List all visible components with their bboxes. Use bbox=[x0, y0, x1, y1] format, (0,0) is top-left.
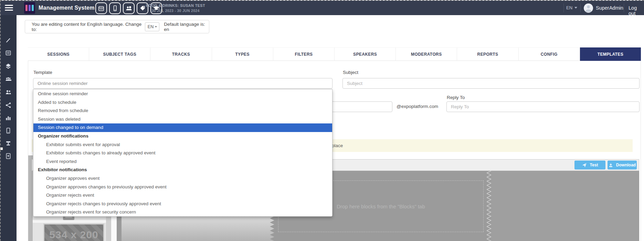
file-export-icon[interactable] bbox=[5, 153, 11, 159]
divider bbox=[624, 3, 624, 12]
selected-language: EN bbox=[148, 24, 154, 29]
dropdown-option[interactable]: Organizer approves changes to previously… bbox=[33, 183, 332, 191]
chevron-down-icon bbox=[574, 7, 577, 9]
capture-border-top bbox=[0, 0, 644, 1]
dropdown-option[interactable]: Session was deleted bbox=[33, 115, 332, 124]
top-navbar: Management System FOOD & DRINKS: SUSAN T… bbox=[0, 1, 644, 15]
dropdown-option[interactable]: Event reported bbox=[33, 157, 332, 166]
booth-icon[interactable] bbox=[5, 140, 11, 146]
send-icon bbox=[582, 163, 587, 167]
attendees-icon bbox=[126, 5, 132, 11]
dropdown-group-header: Exhibitor notifications bbox=[33, 166, 332, 174]
left-sidebar bbox=[0, 15, 17, 241]
dropdown-option[interactable]: Organizer rejects changes to previously … bbox=[33, 200, 332, 208]
image-block-placeholder[interactable]: 534 x 200 bbox=[43, 223, 104, 241]
tab-sessions[interactable]: SESSIONS bbox=[28, 47, 89, 61]
download-icon bbox=[609, 163, 613, 167]
language-editing-bar: You are editing content for English lang… bbox=[25, 20, 209, 33]
event-name: FOOD & DRINKS: SUSAN TEST bbox=[138, 3, 213, 8]
canvas-right-zone bbox=[491, 171, 639, 241]
app-logo bbox=[24, 2, 35, 14]
tablet-icon[interactable] bbox=[5, 128, 11, 134]
divider bbox=[580, 3, 581, 12]
tab-templates[interactable]: TEMPLATES bbox=[580, 47, 641, 61]
template-select-value: Online session reminder bbox=[38, 81, 88, 86]
download-button[interactable]: Download bbox=[608, 161, 637, 169]
chevron-down-icon bbox=[155, 26, 157, 28]
form-icon[interactable] bbox=[5, 50, 11, 56]
user-name: SuperAdmin bbox=[596, 5, 623, 11]
tab-filters[interactable]: FILTERS bbox=[273, 47, 335, 61]
test-button[interactable]: Test bbox=[574, 161, 605, 169]
language-editing-message: You are editing content for English lang… bbox=[32, 22, 142, 32]
email-domain-label: @expoplatform.com bbox=[397, 104, 438, 109]
tab-speakers[interactable]: SPEAKERS bbox=[335, 47, 396, 61]
dropdown-option[interactable]: Organizer rejects event bbox=[33, 191, 332, 200]
layers-icon[interactable] bbox=[5, 63, 11, 69]
zigzag-right-seam bbox=[487, 171, 491, 241]
event-dates: 30 JUL 2023 - 30 JUN 2024 bbox=[138, 9, 213, 13]
pencil-icon[interactable] bbox=[5, 37, 11, 43]
user-avatar[interactable] bbox=[584, 3, 593, 13]
mobile-app-button[interactable] bbox=[109, 2, 121, 14]
section-tabbar: SESSIONS SUBJECT TAGS TRACKS TYPES FILTE… bbox=[28, 47, 641, 61]
calendar-icon bbox=[98, 5, 104, 11]
capture-border-left bbox=[0, 0, 1, 241]
default-language-note: Default language is: en bbox=[164, 22, 209, 32]
logout-button[interactable]: Log out bbox=[629, 5, 644, 16]
subject-input[interactable] bbox=[342, 78, 640, 89]
template-dropdown-list: Online session reminder Added to schedul… bbox=[33, 89, 332, 217]
dropdown-option[interactable]: Exhibitor submits event for approval bbox=[33, 141, 332, 149]
calendar-button[interactable] bbox=[95, 2, 107, 14]
tab-reports[interactable]: REPORTS bbox=[457, 47, 518, 61]
thumb-divider bbox=[33, 220, 106, 223]
admin-page: Management System FOOD & DRINKS: SUSAN T… bbox=[0, 0, 644, 241]
tab-subject-tags[interactable]: SUBJECT TAGS bbox=[89, 47, 150, 61]
dropdown-option[interactable]: Removed from schedule bbox=[33, 107, 332, 115]
dropdown-option[interactable]: Organizer rejects event for security con… bbox=[33, 208, 332, 217]
dropdown-option[interactable]: Exhibitor submits changes to already app… bbox=[33, 149, 332, 157]
dropdown-option-selected[interactable]: Session changed to on demand bbox=[33, 123, 332, 132]
tab-moderators[interactable]: MODERATORS bbox=[396, 47, 457, 61]
change-language-select[interactable]: EN bbox=[145, 22, 159, 31]
drop-zone-text: Drop here blocks from the "Blocks" tab bbox=[337, 204, 425, 209]
language-code: EN bbox=[566, 5, 572, 10]
share-icon[interactable] bbox=[5, 102, 11, 108]
tab-tracks[interactable]: TRACKS bbox=[150, 47, 212, 61]
image-placeholder-size: 534 x 200 bbox=[49, 229, 98, 241]
attendees-button[interactable] bbox=[123, 2, 135, 14]
person-icon bbox=[584, 3, 593, 13]
team-icon[interactable] bbox=[5, 76, 11, 82]
dropdown-group-header: Organizer notifications bbox=[33, 132, 332, 141]
language-selector[interactable]: EN bbox=[566, 5, 577, 10]
app-title: Management System bbox=[39, 5, 95, 11]
reply-to-field-label: Reply To bbox=[447, 95, 465, 100]
download-button-label: Download bbox=[616, 163, 636, 167]
hamburger-menu-icon[interactable] bbox=[5, 5, 13, 11]
template-field-label: Template bbox=[33, 70, 52, 75]
dropdown-option[interactable]: Added to schedule bbox=[33, 98, 332, 107]
test-button-label: Test bbox=[590, 163, 598, 167]
reply-to-input[interactable] bbox=[446, 101, 640, 112]
capture-handle bbox=[0, 147, 3, 150]
tab-types[interactable]: TYPES bbox=[212, 47, 273, 61]
template-select[interactable]: Online session reminder bbox=[33, 78, 332, 89]
dropdown-option[interactable]: Online session reminder bbox=[33, 90, 332, 98]
stats-icon[interactable] bbox=[5, 115, 11, 121]
people-icon[interactable] bbox=[5, 89, 11, 95]
current-event-info: FOOD & DRINKS: SUSAN TEST 30 JUL 2023 - … bbox=[138, 3, 213, 13]
divider bbox=[563, 3, 564, 12]
subject-field-label: Subject bbox=[343, 70, 358, 75]
tab-config[interactable]: CONFIG bbox=[519, 47, 580, 61]
dropdown-option[interactable]: Organizer approves event bbox=[33, 174, 332, 183]
mobile-icon bbox=[112, 5, 118, 11]
